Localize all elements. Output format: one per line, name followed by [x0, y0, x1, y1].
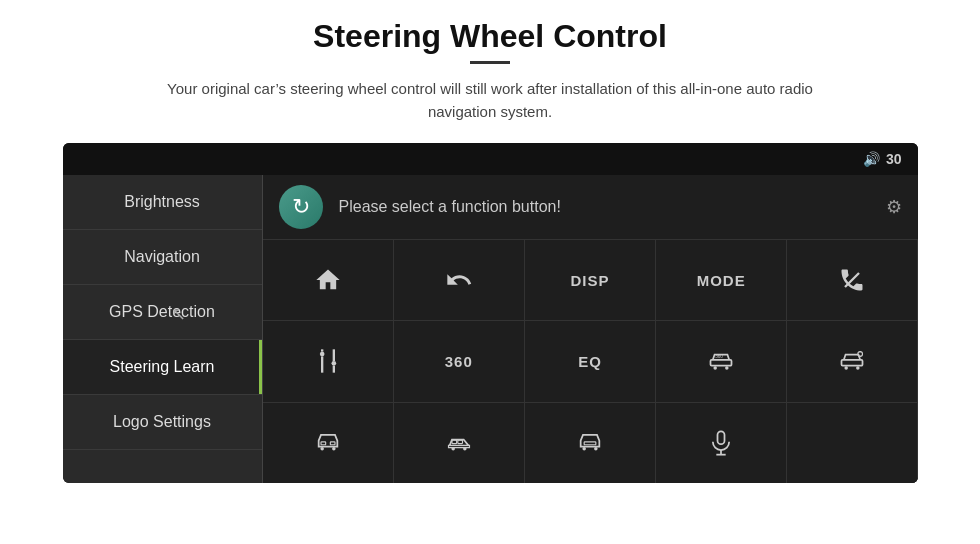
svg-point-23	[451, 447, 455, 451]
sidebar: Brightness Navigation GPS Detection ↖ St…	[63, 175, 263, 483]
grid-cell-car-side[interactable]	[394, 403, 524, 483]
grid-cell-eq-sliders[interactable]	[263, 321, 393, 401]
volume-icon: 🔊	[863, 151, 880, 167]
grid-cell-back[interactable]	[394, 240, 524, 320]
car-settings-icon	[838, 347, 866, 375]
back-icon	[445, 266, 473, 294]
page-subtitle: Your original car’s steering wheel contr…	[140, 78, 840, 123]
svg-rect-21	[452, 440, 457, 444]
svg-rect-7	[711, 360, 732, 366]
refresh-icon: ↻	[292, 194, 310, 220]
svg-point-26	[594, 447, 598, 451]
car-360-icon: 360	[707, 347, 735, 375]
phone-cancel-icon	[838, 266, 866, 294]
eq-label: EQ	[578, 353, 602, 370]
right-panel: ↻ Please select a function button! ⚙	[263, 175, 918, 483]
sidebar-item-navigation[interactable]: Navigation	[63, 230, 262, 285]
grid-cell-mode[interactable]: MODE	[656, 240, 786, 320]
top-bar: 🔊 30	[63, 143, 918, 175]
grid-cell-car-front[interactable]	[263, 403, 393, 483]
sidebar-item-steering-learn[interactable]: Steering Learn	[63, 340, 262, 395]
svg-rect-19	[321, 442, 326, 445]
volume-value: 30	[886, 151, 902, 167]
svg-rect-27	[584, 442, 596, 445]
function-header: ↻ Please select a function button! ⚙	[263, 175, 918, 240]
svg-point-24	[463, 447, 467, 451]
car-side-icon	[445, 429, 473, 457]
grid-cell-mic[interactable]	[656, 403, 786, 483]
grid-cell-car-rear[interactable]	[525, 403, 655, 483]
svg-rect-11	[842, 360, 863, 366]
main-content: Brightness Navigation GPS Detection ↖ St…	[63, 175, 918, 483]
title-divider	[470, 61, 510, 64]
grid-cell-eq[interactable]: EQ	[525, 321, 655, 401]
grid-cell-car-settings[interactable]	[787, 321, 917, 401]
car-rear-icon	[576, 429, 604, 457]
disp-label: DISP	[570, 272, 609, 289]
grid-cell-home[interactable]	[263, 240, 393, 320]
page-title: Steering Wheel Control	[313, 18, 667, 55]
svg-text:360: 360	[715, 354, 723, 359]
svg-rect-22	[458, 440, 463, 444]
sidebar-item-gps-detection[interactable]: GPS Detection ↖	[63, 285, 262, 340]
svg-point-17	[320, 447, 324, 451]
svg-point-25	[582, 447, 586, 451]
svg-rect-28	[718, 431, 725, 444]
sliders-icon	[314, 347, 342, 375]
360-label: 360	[445, 353, 473, 370]
svg-point-13	[856, 367, 860, 371]
grid-cell-empty	[787, 403, 917, 483]
mic-icon	[707, 429, 735, 457]
svg-point-8	[714, 367, 718, 371]
refresh-button[interactable]: ↻	[279, 185, 323, 229]
svg-point-9	[725, 367, 729, 371]
home-icon	[314, 266, 342, 294]
svg-point-4	[331, 361, 336, 366]
car-front-icon	[314, 429, 342, 457]
top-right-icon: ⚙	[886, 196, 902, 218]
select-prompt: Please select a function button!	[339, 198, 561, 216]
svg-point-12	[845, 367, 849, 371]
sidebar-item-logo-settings[interactable]: Logo Settings	[63, 395, 262, 450]
svg-point-18	[332, 447, 336, 451]
grid-cell-360[interactable]: 360	[394, 321, 524, 401]
mode-label: MODE	[697, 272, 746, 289]
svg-rect-20	[330, 442, 335, 445]
function-grid: DISP MODE	[263, 240, 918, 483]
grid-cell-phone-cancel[interactable]	[787, 240, 917, 320]
sidebar-item-brightness[interactable]: Brightness	[63, 175, 262, 230]
svg-point-1	[319, 352, 324, 357]
device-frame: 🔊 30 Brightness Navigation GPS Detection…	[63, 143, 918, 483]
grid-cell-car-360[interactable]: 360	[656, 321, 786, 401]
grid-cell-disp[interactable]: DISP	[525, 240, 655, 320]
